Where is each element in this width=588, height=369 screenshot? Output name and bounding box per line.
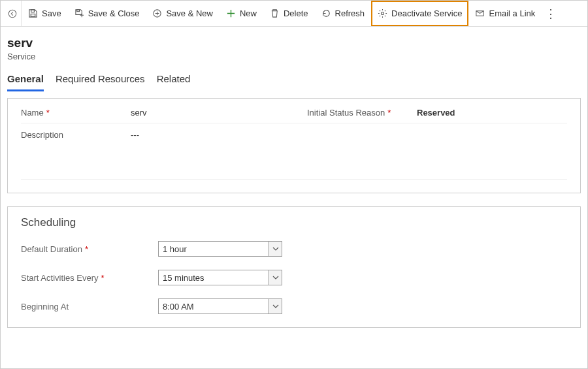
svg-point-5 xyxy=(382,12,384,14)
trash-icon xyxy=(270,8,280,18)
description-label: Description xyxy=(21,130,125,140)
default-duration-select[interactable]: 1 hour xyxy=(158,241,282,257)
tab-related[interactable]: Related xyxy=(157,73,191,91)
save-close-label: Save & Close xyxy=(88,8,140,18)
save-new-icon xyxy=(152,8,162,18)
save-new-label: Save & New xyxy=(166,8,213,18)
app-frame: Save Save & Close Save & New New Delete … xyxy=(0,0,588,369)
new-label: New xyxy=(240,8,257,18)
more-vertical-icon: ⋮ xyxy=(545,8,557,20)
required-mark: * xyxy=(101,273,104,283)
delete-label: Delete xyxy=(284,8,308,18)
back-icon xyxy=(8,9,17,18)
plus-icon xyxy=(226,8,236,18)
svg-rect-3 xyxy=(76,10,79,12)
mail-icon xyxy=(475,8,485,18)
form-content: Name * serv Initial Status Reason * Rese… xyxy=(1,91,587,334)
default-duration-label: Default Duration* xyxy=(21,244,158,254)
required-mark: * xyxy=(85,244,88,254)
required-mark: * xyxy=(387,108,391,118)
delete-button[interactable]: Delete xyxy=(263,1,315,26)
save-label: Save xyxy=(42,8,61,18)
general-panel: Name * serv Initial Status Reason * Rese… xyxy=(7,98,581,193)
description-field[interactable]: --- xyxy=(125,130,567,140)
more-commands-button[interactable]: ⋮ xyxy=(542,1,560,26)
tab-bar: General Required Resources Related xyxy=(1,64,587,91)
record-title: serv xyxy=(7,36,581,50)
refresh-icon xyxy=(321,8,331,18)
refresh-label: Refresh xyxy=(335,8,365,18)
save-icon xyxy=(28,8,38,18)
save-close-button[interactable]: Save & Close xyxy=(68,1,146,26)
scheduling-heading: Scheduling xyxy=(21,216,567,229)
chevron-down-icon xyxy=(269,299,282,313)
save-close-icon xyxy=(74,8,84,18)
beginning-at-value: 8:00 AM xyxy=(163,302,194,312)
back-button[interactable] xyxy=(3,1,22,26)
refresh-button[interactable]: Refresh xyxy=(315,1,372,26)
required-mark: * xyxy=(46,108,50,118)
name-label: Name * xyxy=(21,108,125,118)
svg-rect-1 xyxy=(31,10,35,12)
beginning-at-select[interactable]: 8:00 AM xyxy=(158,298,282,314)
tab-required-resources[interactable]: Required Resources xyxy=(56,73,145,91)
status-field[interactable]: Reserved xyxy=(412,108,567,118)
svg-point-0 xyxy=(8,10,16,17)
tab-general[interactable]: General xyxy=(7,73,44,91)
save-button[interactable]: Save xyxy=(22,1,68,26)
save-new-button[interactable]: Save & New xyxy=(146,1,220,26)
name-field[interactable]: serv xyxy=(125,108,281,118)
beginning-at-label: Beginning At xyxy=(21,302,158,312)
command-bar: Save Save & Close Save & New New Delete … xyxy=(1,1,587,27)
deactivate-label: Deactivate Service xyxy=(391,8,462,18)
scheduling-panel: Scheduling Default Duration* 1 hour Star… xyxy=(7,206,581,328)
start-every-select[interactable]: 15 minutes xyxy=(158,270,282,285)
default-duration-value: 1 hour xyxy=(163,244,187,254)
status-label: Initial Status Reason * xyxy=(307,108,412,118)
deactivate-service-button[interactable]: Deactivate Service xyxy=(371,1,468,26)
gear-icon xyxy=(378,8,387,18)
start-every-label: Start Activities Every* xyxy=(21,273,158,283)
email-link-button[interactable]: Email a Link xyxy=(468,1,542,26)
new-button[interactable]: New xyxy=(220,1,263,26)
start-every-value: 15 minutes xyxy=(163,273,204,283)
chevron-down-icon xyxy=(269,242,282,256)
record-entity: Service xyxy=(7,52,581,61)
record-header: serv Service xyxy=(1,27,587,64)
email-link-label: Email a Link xyxy=(489,8,535,18)
svg-rect-2 xyxy=(31,14,35,16)
chevron-down-icon xyxy=(269,270,282,285)
